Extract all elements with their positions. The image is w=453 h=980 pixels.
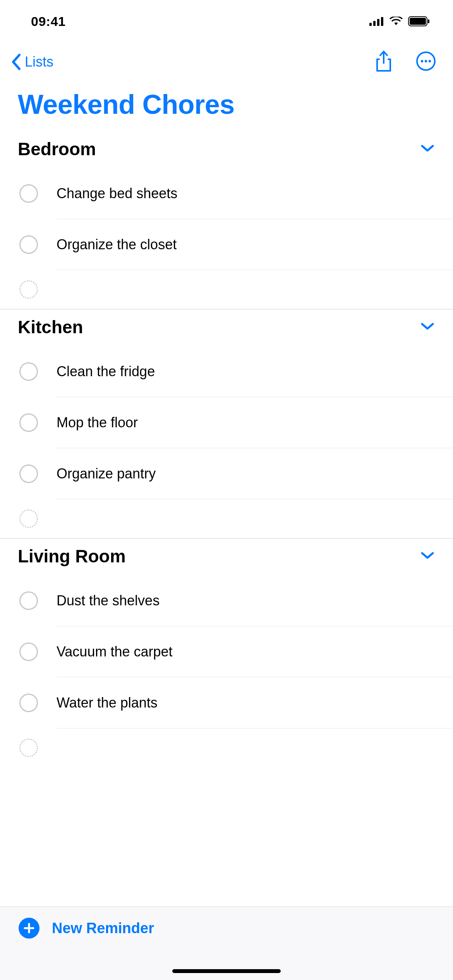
reminder-label: Change bed sheets: [57, 185, 177, 202]
section-title: Living Room: [18, 546, 126, 567]
svg-rect-6: [428, 19, 429, 23]
completion-circle[interactable]: [19, 642, 38, 661]
page-title: Weekend Chores: [0, 81, 453, 132]
placeholder-circle-icon: [19, 280, 38, 299]
section-kitchen: Kitchen Clean the fridge Mop the floor O…: [0, 310, 453, 539]
wifi-icon: [390, 17, 403, 26]
plus-circle-icon: [19, 918, 39, 939]
reminder-row[interactable]: Clean the fridge: [0, 346, 453, 397]
new-reminder-label: New Reminder: [52, 920, 154, 937]
chevron-left-icon: [10, 53, 23, 71]
reminder-label: Dust the shelves: [57, 593, 160, 609]
reminder-row[interactable]: Vacuum the carpet: [0, 626, 453, 677]
svg-rect-0: [369, 23, 372, 26]
reminder-row[interactable]: Water the plants: [0, 677, 453, 728]
completion-circle[interactable]: [19, 464, 38, 483]
section-header[interactable]: Bedroom: [0, 132, 453, 168]
section-living-room: Living Room Dust the shelves Vacuum the …: [0, 539, 453, 767]
reminder-row[interactable]: Mop the floor: [0, 397, 453, 448]
reminder-row[interactable]: Change bed sheets: [0, 168, 453, 219]
placeholder-circle-icon: [19, 509, 38, 528]
svg-rect-2: [377, 19, 379, 26]
home-indicator[interactable]: [172, 969, 281, 973]
new-item-row[interactable]: [0, 499, 453, 538]
chevron-down-icon: [420, 551, 434, 562]
completion-circle[interactable]: [19, 235, 38, 254]
battery-icon: [408, 16, 430, 26]
svg-rect-1: [373, 21, 376, 26]
completion-circle[interactable]: [19, 184, 38, 203]
status-bar: 09:41: [0, 0, 453, 43]
completion-circle[interactable]: [19, 413, 38, 432]
reminder-label: Water the plants: [57, 695, 158, 711]
section-bedroom: Bedroom Change bed sheets Organize the c…: [0, 132, 453, 310]
back-label: Lists: [25, 54, 53, 70]
new-reminder-button[interactable]: New Reminder: [19, 918, 154, 939]
svg-point-9: [421, 60, 423, 62]
reminder-row[interactable]: Organize pantry: [0, 448, 453, 499]
nav-bar: Lists: [0, 43, 453, 81]
svg-point-10: [425, 60, 427, 62]
reminder-label: Organize pantry: [57, 466, 156, 482]
svg-rect-5: [410, 18, 426, 25]
section-title: Bedroom: [18, 139, 96, 159]
reminder-row[interactable]: Organize the closet: [0, 219, 453, 270]
svg-point-11: [429, 60, 431, 62]
back-button[interactable]: Lists: [10, 53, 53, 71]
new-item-row[interactable]: [0, 270, 453, 309]
completion-circle[interactable]: [19, 694, 38, 712]
reminder-label: Clean the fridge: [57, 363, 155, 380]
bottom-toolbar: New Reminder: [0, 906, 453, 980]
section-header[interactable]: Kitchen: [0, 310, 453, 346]
completion-circle[interactable]: [19, 591, 38, 610]
placeholder-circle-icon: [19, 738, 38, 757]
section-header[interactable]: Living Room: [0, 539, 453, 575]
chevron-down-icon: [420, 144, 434, 154]
reminder-label: Vacuum the carpet: [57, 644, 173, 660]
reminder-label: Organize the closet: [57, 236, 177, 253]
new-item-row[interactable]: [0, 728, 453, 767]
more-icon[interactable]: [416, 51, 436, 73]
completion-circle[interactable]: [19, 362, 38, 381]
cellular-icon: [369, 17, 384, 26]
svg-rect-3: [381, 17, 383, 26]
chevron-down-icon: [420, 322, 434, 332]
reminder-row[interactable]: Dust the shelves: [0, 575, 453, 626]
reminder-label: Mop the floor: [57, 415, 138, 431]
share-icon[interactable]: [375, 50, 393, 74]
section-title: Kitchen: [18, 317, 83, 338]
status-icons: [369, 16, 430, 26]
status-time: 09:41: [31, 14, 65, 29]
